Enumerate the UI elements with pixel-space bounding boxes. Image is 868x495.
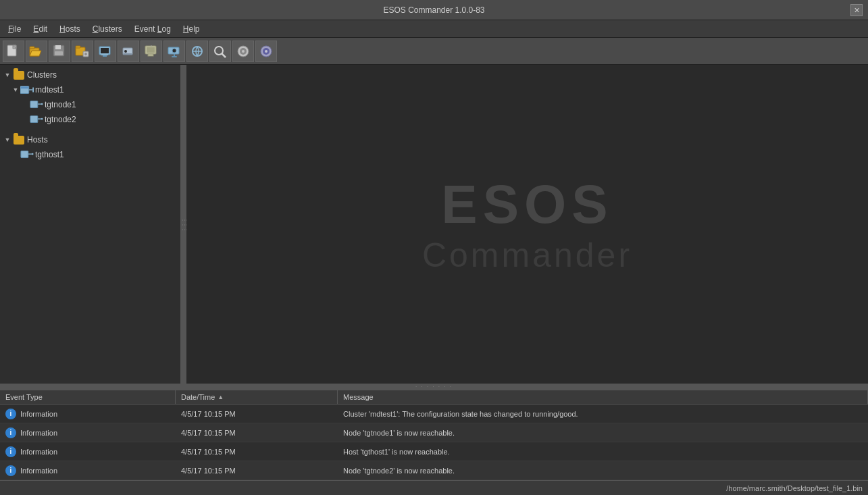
tree-item-tgthost1[interactable]: tgthost1: [0, 147, 180, 162]
datetime-label: Date/Time: [181, 393, 215, 401]
status-bar: /home/marc.smith/Desktop/test_file_1.bin: [0, 480, 868, 495]
info-icon: i: [5, 409, 16, 419]
tgtnode2-label: tgtnode2: [45, 115, 76, 124]
tgtnode2-icon: [30, 114, 43, 125]
tgtnode2-spacer: [20, 115, 30, 124]
log-event-type-3: Information: [20, 467, 57, 475]
clusters-label: Clusters: [27, 70, 57, 80]
hosts-folder-icon: [12, 134, 26, 145]
menu-eventlog[interactable]: Event Log: [129, 23, 176, 35]
svg-rect-46: [30, 116, 38, 123]
menu-hosts[interactable]: Hosts: [54, 23, 86, 35]
toolbar-btn-12[interactable]: [255, 41, 277, 62]
menu-clusters[interactable]: Clusters: [87, 23, 128, 35]
menu-file[interactable]: File: [3, 23, 26, 35]
svg-point-28: [172, 49, 176, 53]
log-event-type-2: Information: [20, 448, 57, 456]
svg-rect-22: [147, 47, 155, 53]
svg-point-38: [265, 50, 267, 53]
svg-rect-20: [124, 53, 132, 55]
svg-rect-7: [55, 45, 61, 49]
message-label: Message: [343, 393, 374, 401]
svg-point-45: [41, 103, 43, 105]
toolbar-btn-save[interactable]: [49, 41, 70, 62]
toolbar-btn-9[interactable]: [186, 41, 208, 62]
log-datetime-3: 4/5/17 10:15 PM: [176, 464, 338, 477]
close-button[interactable]: ✕: [850, 4, 863, 16]
clusters-root[interactable]: ▼ Clusters: [0, 68, 180, 82]
toolbar-btn-10[interactable]: [209, 41, 231, 62]
hosts-label: Hosts: [27, 135, 48, 145]
log-event-type-0: Information: [20, 410, 57, 418]
info-icon: i: [5, 427, 16, 438]
svg-rect-16: [101, 54, 108, 55]
log-message-1: Node 'tgtnode1' is now reachable.: [338, 426, 868, 440]
hosts-root[interactable]: ▼ Hosts: [0, 132, 180, 147]
toolbar: [0, 38, 868, 65]
svg-marker-5: [30, 51, 41, 56]
log-row[interactable]: i Information 4/5/17 10:15 PM Node 'tgtn…: [0, 423, 868, 442]
menu-edit[interactable]: Edit: [28, 23, 53, 35]
clusters-section: ▼ Clusters ▼ mdtest1: [0, 65, 180, 130]
svg-point-48: [41, 118, 43, 120]
info-icon: i: [5, 446, 16, 457]
tgthost1-spacer: [11, 150, 20, 159]
toolbar-btn-7[interactable]: [141, 41, 162, 62]
toolbar-btn-4[interactable]: [72, 41, 93, 62]
toolbar-btn-new[interactable]: [3, 41, 24, 62]
logo-area: ESOS Commander: [422, 174, 632, 275]
svg-rect-8: [55, 51, 63, 55]
log-col-datetime[interactable]: Date/Time ▲: [176, 390, 338, 404]
mdtest1-icon: [20, 84, 34, 95]
log-message-2: Host 'tgthost1' is now reachable.: [338, 445, 868, 459]
toolbar-btn-8[interactable]: [163, 41, 185, 62]
hosts-section: ▼ Hosts tgthost1: [0, 130, 180, 165]
clusters-collapse-icon[interactable]: ▼: [3, 70, 12, 80]
toolbar-btn-5[interactable]: [95, 41, 116, 62]
log-header: Event Type Date/Time ▲ Message: [0, 390, 868, 405]
tree-panel: ▼ Clusters ▼ mdtest1: [0, 65, 182, 384]
svg-rect-27: [172, 56, 177, 57]
main-content: ▼ Clusters ▼ mdtest1: [0, 65, 868, 384]
svg-rect-15: [101, 48, 109, 53]
clusters-folder-icon: [12, 70, 26, 80]
log-datetime-0: 4/5/17 10:15 PM: [176, 407, 338, 421]
tree-item-mdtest1[interactable]: ▼ mdtest1: [0, 82, 180, 97]
svg-point-19: [124, 50, 127, 53]
tgtnode1-label: tgtnode1: [45, 100, 76, 109]
log-row[interactable]: i Information 4/5/17 10:15 PM Cluster 'm…: [0, 405, 868, 423]
tgthost1-icon: [20, 149, 34, 160]
log-col-message[interactable]: Message: [338, 390, 868, 404]
tgthost1-label: tgthost1: [35, 150, 64, 159]
svg-rect-42: [32, 87, 34, 92]
svg-rect-23: [148, 54, 153, 56]
svg-rect-49: [21, 151, 28, 158]
info-icon: i: [5, 465, 16, 476]
toolbar-btn-11[interactable]: [232, 41, 254, 62]
svg-point-51: [32, 153, 34, 155]
menu-help[interactable]: Help: [178, 23, 205, 35]
log-message-0: Cluster 'mdtest1': The configuration sta…: [338, 407, 868, 421]
logo-commander: Commander: [422, 236, 632, 275]
log-rows: i Information 4/5/17 10:15 PM Cluster 'm…: [0, 405, 868, 480]
log-row[interactable]: i Information 4/5/17 10:15 PM Host 'tgth…: [0, 442, 868, 461]
log-row[interactable]: i Information 4/5/17 10:15 PM Node 'tgtn…: [0, 461, 868, 480]
toolbar-btn-open[interactable]: [26, 41, 47, 62]
tree-item-tgtnode2[interactable]: tgtnode2: [0, 112, 180, 127]
tree-item-tgtnode1[interactable]: tgtnode1: [0, 97, 180, 112]
log-event-type-1: Information: [20, 429, 57, 437]
vertical-splitter[interactable]: · · · · · · ·: [0, 384, 868, 389]
tgtnode1-spacer: [20, 100, 30, 109]
log-panel: Event Type Date/Time ▲ Message i Informa…: [0, 389, 868, 480]
status-text: /home/marc.smith/Desktop/test_file_1.bin: [726, 484, 863, 492]
svg-rect-43: [30, 101, 38, 108]
svg-rect-40: [21, 86, 28, 88]
hosts-collapse-icon[interactable]: ▼: [3, 135, 12, 145]
log-datetime-1: 4/5/17 10:15 PM: [176, 426, 338, 440]
title-bar: ESOS Commander 1.0.0-83 ✕: [0, 0, 868, 20]
log-col-event-type[interactable]: Event Type: [0, 390, 176, 404]
toolbar-btn-6[interactable]: [118, 41, 139, 62]
mdtest1-collapse-icon[interactable]: ▼: [11, 85, 20, 95]
log-event-2: i Information: [0, 444, 176, 460]
log-event-1: i Information: [0, 425, 176, 441]
